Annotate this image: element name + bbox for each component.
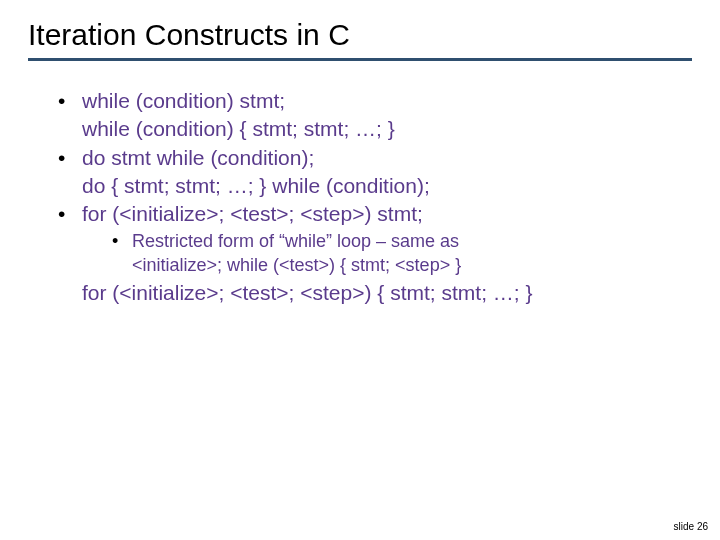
- bullet-text: do stmt while (condition);: [82, 144, 692, 172]
- bullet-while: • while (condition) stmt;: [58, 87, 692, 115]
- title-rule: [28, 58, 692, 61]
- bullet-for: • for (<initialize>; <test>; <step>) stm…: [58, 200, 692, 228]
- bullet-text: while (condition) stmt;: [82, 87, 692, 115]
- slide: Iteration Constructs in C • while (condi…: [0, 0, 720, 540]
- bullet-dot-icon: •: [112, 229, 132, 253]
- bullet-dot-icon: •: [58, 87, 82, 115]
- sub-bullet: • Restricted form of “while” loop – same…: [58, 229, 692, 253]
- slide-title: Iteration Constructs in C: [28, 18, 692, 52]
- bullet-for-cont: for (<initialize>; <test>; <step>) { stm…: [58, 279, 692, 307]
- slide-body: • while (condition) stmt; while (conditi…: [28, 87, 692, 308]
- bullet-dot-icon: •: [58, 144, 82, 172]
- sub-bullet-cont: <initialize>; while (<test>) { stmt; <st…: [58, 253, 692, 277]
- bullet-while-cont: while (condition) { stmt; stmt; …; }: [58, 115, 692, 143]
- bullet-do: • do stmt while (condition);: [58, 144, 692, 172]
- bullet-dot-icon: •: [58, 200, 82, 228]
- bullet-do-cont: do { stmt; stmt; …; } while (condition);: [58, 172, 692, 200]
- bullet-text: for (<initialize>; <test>; <step>) stmt;: [82, 200, 692, 228]
- slide-number: slide 26: [674, 521, 708, 532]
- sub-bullet-text: Restricted form of “while” loop – same a…: [132, 229, 692, 253]
